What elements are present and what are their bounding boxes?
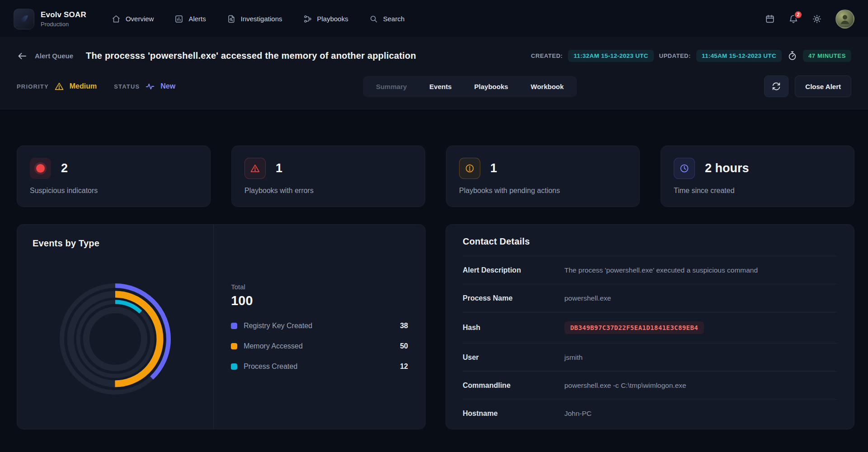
table-row: Process Name powershell.exe [463,284,837,312]
stat-value: 2 [61,161,68,175]
donut-chart [17,249,213,429]
alert-tabs: Summary Events Playbooks Workbook [363,76,577,97]
bar-chart-icon [174,14,183,24]
calendar-button[interactable] [765,14,775,24]
detail-value: powershell.exe [564,294,837,302]
legend-value: 12 [400,363,408,371]
top-nav: Evolv SOAR Production Overview Alerts In… [0,0,868,38]
back-button[interactable] [17,51,28,61]
user-avatar[interactable] [835,9,854,28]
legend-item[interactable]: Memory Accessed 50 [231,342,408,350]
priority-status-group: PRIORITY Medium STATUS New [17,81,175,91]
detail-value: DB349B97C37D22F5EA1D1841E3C89EB4 [564,321,837,334]
updated-value: 11:45AM 15-12-2023 UTC [696,50,782,62]
home-icon [112,14,121,24]
events-by-type-card: Events by Type Total 100 Registry Key Cr… [17,224,426,429]
close-alert-button[interactable]: Close Alert [795,75,851,97]
stat-top: 2 hours [674,158,841,179]
created-label: CREATED: [531,52,563,59]
stat-value: 2 hours [705,161,749,175]
detail-label: Hostname [463,410,564,418]
table-row: Commandline powershell.exe -c C:\tmp\wim… [463,371,837,399]
alert-header: Alert Queue The processs 'powershell.exe… [0,38,868,109]
stopwatch-icon [787,51,798,61]
tab-workbook[interactable]: Workbook [520,78,575,95]
stat-value: 1 [276,161,282,175]
legend-name: Registry Key Created [244,322,312,330]
nav-label-alerts: Alerts [188,15,206,23]
notifications-button[interactable]: 2 [788,14,798,24]
detail-label: Hash [463,324,564,332]
priority-value: Medium [70,82,97,90]
detail-label: Alert Description [463,266,564,274]
red-dot-icon [30,158,51,179]
details-table: Alert Description The process 'powershel… [463,256,837,427]
created-value: 11:32AM 15-12-2023 UTC [568,50,653,62]
activity-pulse-icon [145,81,155,91]
leaf-logo-icon [18,13,30,25]
detail-label: Process Name [463,294,564,302]
table-row: Hostname John-PC [463,399,837,427]
tab-events[interactable]: Events [418,78,462,95]
legend-swatch [231,363,237,370]
donut-panel: Events by Type [17,225,213,429]
brand-text: Evolv SOAR Production [41,10,86,28]
table-row: Alert Description The process 'powershel… [463,256,837,284]
settings-button[interactable] [812,14,822,24]
nav-label-search: Search [383,15,405,23]
elapsed-badge: 47 MINUTES [803,50,851,62]
alert-meta: CREATED: 11:32AM 15-12-2023 UTC UPDATED:… [531,50,851,62]
alert-title-row: Alert Queue The processs 'powershell.exe… [17,50,851,62]
legend-item[interactable]: Registry Key Created 38 [231,322,408,330]
stat-card-time-since-created: 2 hours Time since created [661,146,854,207]
workflow-icon [303,14,312,24]
notification-badge: 2 [794,10,802,19]
stat-card-playbooks-errors: 1 Playbooks with errors [231,146,425,207]
stat-top: 1 [459,158,627,179]
detail-value: powershell.exe -c C:\tmp\wimlogon.exe [564,381,837,390]
detail-value: John-PC [564,410,837,418]
tab-summary[interactable]: Summary [365,78,418,95]
clock-icon [674,158,695,179]
nav-label-overview: Overview [126,15,154,23]
nav-item-overview[interactable]: Overview [112,14,154,24]
stat-card-suspicious-indicators: 2 Suspicious indicators [17,146,211,207]
detail-value: The process 'powershell.exe' executed a … [564,266,837,274]
page-title: The processs 'powershell.exe' accessed t… [86,51,416,61]
priority-status-row: PRIORITY Medium STATUS New Summary Event… [17,75,851,97]
refresh-icon [771,81,781,91]
nav-item-playbooks[interactable]: Playbooks [303,14,348,24]
app-logo-icon[interactable] [14,9,34,29]
status-label: STATUS [114,83,140,90]
contact-details-card: Contact Details Alert Description The pr… [446,224,854,429]
stat-value: 1 [490,161,497,175]
breadcrumb[interactable]: Alert Queue [35,52,73,60]
stat-label: Playbooks with errors [244,187,412,195]
nav-item-alerts[interactable]: Alerts [174,14,206,24]
legend-swatch [231,343,237,349]
alert-circle-icon [459,158,480,179]
detail-label: User [463,353,564,362]
person-icon [838,12,852,26]
nav-label-playbooks: Playbooks [317,15,348,23]
legend-panel: Total 100 Registry Key Created 38 Memory… [213,225,425,429]
refresh-button[interactable] [764,75,788,97]
bottom-row: Events by Type Total 100 Registry Key Cr… [17,224,854,429]
hash-badge[interactable]: DB349B97C37D22F5EA1D1841E3C89EB4 [564,321,704,334]
nav-item-search[interactable]: Search [369,14,405,24]
total-value: 100 [231,293,408,308]
warning-triangle-icon [54,81,64,91]
stat-top: 2 [30,158,197,179]
legend-name: Memory Accessed [244,342,303,350]
environment-label: Production [41,21,86,28]
status-value: New [160,82,175,90]
legend-item[interactable]: Process Created 12 [231,363,408,371]
table-row: User jsmith [463,343,837,371]
table-row: Hash DB349B97C37D22F5EA1D1841E3C89EB4 [463,312,837,343]
main-content: 2 Suspicious indicators 1 Playbooks with… [0,109,868,429]
nav-right-actions: 2 [765,9,854,28]
tab-playbooks[interactable]: Playbooks [464,78,519,95]
arrow-left-icon [17,51,28,61]
nav-item-investigations[interactable]: Investigations [227,14,282,24]
legend-swatch [231,323,237,329]
